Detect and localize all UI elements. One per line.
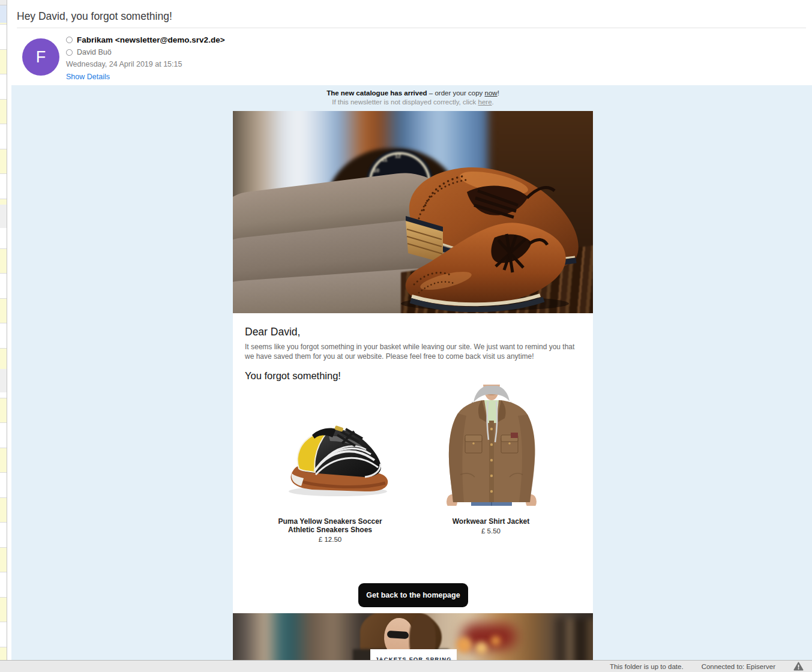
mail-list-selected-row-edge[interactable] xyxy=(0,5,7,23)
contact-circle-icon xyxy=(66,37,73,43)
to-row[interactable]: David Buö xyxy=(66,48,112,56)
bokeh-light xyxy=(491,636,501,646)
message-subject: Hey David, you forgot something! xyxy=(17,10,172,23)
hero-image-shoes[interactable]: 12 11 10 9 6 xyxy=(233,111,593,313)
intro-paragraph: It seems like you forgot something in yo… xyxy=(245,342,580,361)
greeting: Dear David, xyxy=(245,326,300,338)
product-price: £ 5.50 xyxy=(431,527,551,535)
banner-image-street[interactable]: JACKETS FOR SPRING xyxy=(233,613,593,660)
product-price: £ 12.50 xyxy=(270,536,390,543)
sender-avatar: F xyxy=(22,38,59,76)
product-name[interactable]: Workwear Shirt Jacket xyxy=(431,517,551,526)
product-card-sneaker[interactable]: Puma Yellow Sneakers Soccer Athletic Sne… xyxy=(270,517,390,543)
to-name: David Buö xyxy=(77,48,112,56)
banner-caption: JACKETS FOR SPRING xyxy=(370,656,457,660)
preheader-bold: The new catalogue has arrived xyxy=(326,89,427,97)
message-date: Wednesday, 24 April 2019 at 15:15 xyxy=(66,60,182,68)
contact-circle-icon xyxy=(66,49,73,56)
show-details-link[interactable]: Show Details xyxy=(66,73,110,81)
mail-list-row-edge[interactable] xyxy=(0,369,7,392)
mail-list-top-edge xyxy=(0,0,7,5)
folder-status-text: This folder is up to date. xyxy=(610,663,684,670)
product-image-sneaker[interactable] xyxy=(275,400,395,505)
warning-icon[interactable] xyxy=(793,662,804,671)
mail-list-row-edge[interactable] xyxy=(0,205,7,228)
bokeh-light xyxy=(475,642,487,654)
brogue-shoes-illustration xyxy=(377,120,587,312)
banner-caption-box[interactable]: JACKETS FOR SPRING xyxy=(370,649,457,660)
mail-list-sliver[interactable] xyxy=(0,0,7,660)
homepage-cta-button[interactable]: Get back to the homepage xyxy=(358,583,468,607)
avatar-letter: F xyxy=(36,48,46,67)
from-address: Fabrikam <newsletter@demo.srv2.de> xyxy=(77,35,225,44)
blurred-pedestrians xyxy=(556,618,593,660)
section-heading: You forgot something! xyxy=(245,370,341,382)
product-card-jacket[interactable]: Workwear Shirt Jacket £ 5.50 xyxy=(431,517,551,535)
newsletter-content: 12 11 10 9 6 xyxy=(233,111,593,613)
subject-divider xyxy=(17,28,806,28)
view-online-link[interactable]: here xyxy=(478,98,492,106)
preheader-line: The new catalogue has arrived – order yo… xyxy=(233,89,593,98)
newsletter-preheader: The new catalogue has arrived – order yo… xyxy=(233,89,593,106)
product-name[interactable]: Puma Yellow Sneakers Soccer Athletic Sne… xyxy=(270,517,390,534)
connection-status-text: Connected to: Episerver xyxy=(702,663,775,670)
bokeh-light xyxy=(456,637,472,653)
product-image-jacket[interactable] xyxy=(440,385,543,506)
order-now-link[interactable]: now xyxy=(485,89,498,97)
from-row[interactable]: Fabrikam <newsletter@demo.srv2.de> xyxy=(66,35,225,44)
view-online-line: If this newsletter is not displayed corr… xyxy=(233,98,593,107)
status-bar: This folder is up to date. Connected to:… xyxy=(0,660,812,672)
sunglasses xyxy=(387,631,409,639)
